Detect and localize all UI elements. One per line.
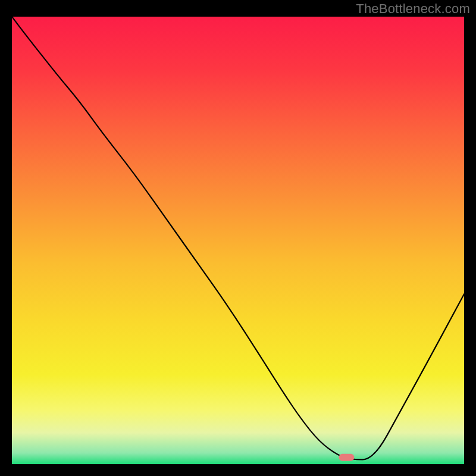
watermark-text: TheBottleneck.com — [356, 1, 470, 17]
plot-background — [12, 17, 464, 464]
chart-frame: TheBottleneck.com — [0, 0, 476, 476]
current-config-marker — [339, 454, 354, 461]
chart-svg — [12, 17, 464, 464]
plot-area — [12, 17, 464, 464]
